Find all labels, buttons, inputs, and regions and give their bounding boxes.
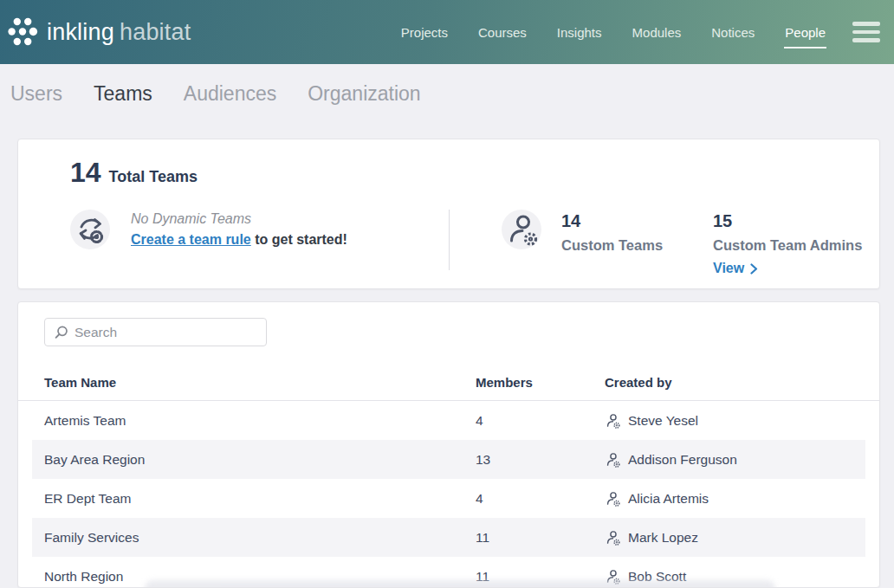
nav-item-modules[interactable]: Modules bbox=[632, 22, 683, 43]
view-admins-link[interactable]: View bbox=[713, 261, 758, 276]
person-gear-icon bbox=[605, 530, 620, 546]
table-row[interactable]: Bay Area Region 13 Addison Ferguson bbox=[32, 440, 865, 479]
members-cell: 13 bbox=[476, 452, 605, 468]
person-gear-icon bbox=[605, 413, 620, 429]
dynamic-teams-block: No Dynamic Teams Create a team rule to g… bbox=[70, 210, 449, 249]
custom-teams-count: 14 bbox=[561, 211, 693, 231]
custom-teams-label: Custom Teams bbox=[561, 237, 693, 254]
custom-admins-stat: 15 Custom Team Admins View bbox=[713, 210, 845, 276]
team-name-cell: Family Services bbox=[44, 530, 476, 546]
vertical-divider bbox=[449, 210, 450, 270]
no-dynamic-teams-status: No Dynamic Teams bbox=[131, 211, 347, 227]
tab-teams[interactable]: Teams bbox=[94, 82, 152, 106]
members-cell: 4 bbox=[476, 491, 605, 507]
teams-table-card: Team Name Members Created by Artemis Tea… bbox=[17, 301, 880, 588]
nav-item-insights[interactable]: Insights bbox=[556, 22, 603, 43]
tab-organization[interactable]: Organization bbox=[308, 82, 420, 106]
app-header: inklinghabitat Projects Courses Insights… bbox=[0, 0, 894, 64]
nav-item-projects[interactable]: Projects bbox=[400, 22, 449, 43]
sync-gear-icon bbox=[70, 210, 110, 249]
created-by-cell: Bob Scott bbox=[605, 569, 865, 585]
section-tabs: Users Teams Audiences Organization bbox=[0, 64, 894, 124]
table-row[interactable]: Family Services 11 Mark Lopez bbox=[32, 518, 865, 557]
logo[interactable]: inklinghabitat bbox=[4, 14, 191, 50]
nav-item-notices[interactable]: Notices bbox=[710, 22, 755, 43]
hamburger-menu-icon[interactable] bbox=[852, 22, 880, 42]
person-gear-icon bbox=[605, 569, 620, 585]
table-row[interactable]: North Region 11 Bob Scott bbox=[32, 557, 865, 588]
dynamic-teams-text: No Dynamic Teams Create a team rule to g… bbox=[131, 210, 347, 249]
total-teams-count: 14 bbox=[70, 157, 101, 189]
members-cell: 11 bbox=[476, 530, 605, 546]
main-nav: Projects Courses Insights Modules Notice… bbox=[400, 22, 826, 43]
create-team-rule-link[interactable]: Create a team rule bbox=[131, 232, 251, 247]
total-teams-label: Total Teams bbox=[109, 168, 198, 186]
logo-text: inklinghabitat bbox=[47, 19, 191, 46]
search-icon bbox=[54, 326, 68, 339]
search-box bbox=[44, 318, 267, 346]
nav-item-courses[interactable]: Courses bbox=[477, 22, 528, 43]
created-by-cell: Addison Ferguson bbox=[605, 452, 865, 468]
nav-item-people[interactable]: People bbox=[784, 22, 826, 43]
person-gear-icon bbox=[605, 491, 620, 507]
table-row[interactable]: Artemis Team 4 Steve Yesel bbox=[32, 401, 865, 440]
cta-suffix: to get started! bbox=[255, 232, 347, 247]
stats-row: No Dynamic Teams Create a team rule to g… bbox=[70, 210, 879, 276]
created-by-cell: Alicia Artemis bbox=[605, 491, 865, 507]
custom-admins-label: Custom Team Admins bbox=[713, 237, 845, 254]
column-header-members: Members bbox=[476, 375, 605, 390]
person-gear-icon bbox=[502, 210, 541, 249]
table-body: Artemis Team 4 Steve Yesel Bay Area Regi… bbox=[18, 401, 879, 588]
column-header-team-name: Team Name bbox=[44, 375, 476, 390]
total-teams: 14 Total Teams bbox=[70, 157, 879, 189]
inkling-dots-logo-icon bbox=[4, 14, 41, 50]
created-by-cell: Mark Lopez bbox=[605, 530, 865, 546]
custom-teams-block: 14 Custom Teams 15 Custom Team Admins Vi… bbox=[502, 210, 845, 276]
custom-admins-count: 15 bbox=[713, 211, 845, 231]
tab-audiences[interactable]: Audiences bbox=[184, 82, 276, 106]
search-input[interactable] bbox=[44, 318, 267, 346]
team-name-cell: Artemis Team bbox=[44, 413, 476, 429]
dynamic-teams-cta: Create a team rule to get started! bbox=[131, 232, 347, 248]
team-name-cell: Bay Area Region bbox=[44, 452, 476, 468]
members-cell: 11 bbox=[476, 569, 605, 585]
tab-users[interactable]: Users bbox=[10, 82, 62, 106]
custom-teams-stat: 14 Custom Teams bbox=[561, 210, 693, 276]
members-cell: 4 bbox=[476, 413, 605, 429]
column-header-created-by: Created by bbox=[605, 375, 866, 390]
team-name-cell: ER Dept Team bbox=[44, 491, 476, 507]
person-gear-icon bbox=[605, 452, 620, 468]
teams-summary-card: 14 Total Teams No Dynamic Teams Create a… bbox=[17, 139, 880, 289]
created-by-cell: Steve Yesel bbox=[605, 413, 865, 429]
chevron-right-icon bbox=[750, 263, 758, 275]
team-name-cell: North Region bbox=[44, 569, 476, 585]
table-header-row: Team Name Members Created by bbox=[18, 365, 879, 401]
table-row[interactable]: ER Dept Team 4 Alicia Artemis bbox=[32, 479, 865, 518]
page: inklinghabitat Projects Courses Insights… bbox=[0, 0, 894, 588]
